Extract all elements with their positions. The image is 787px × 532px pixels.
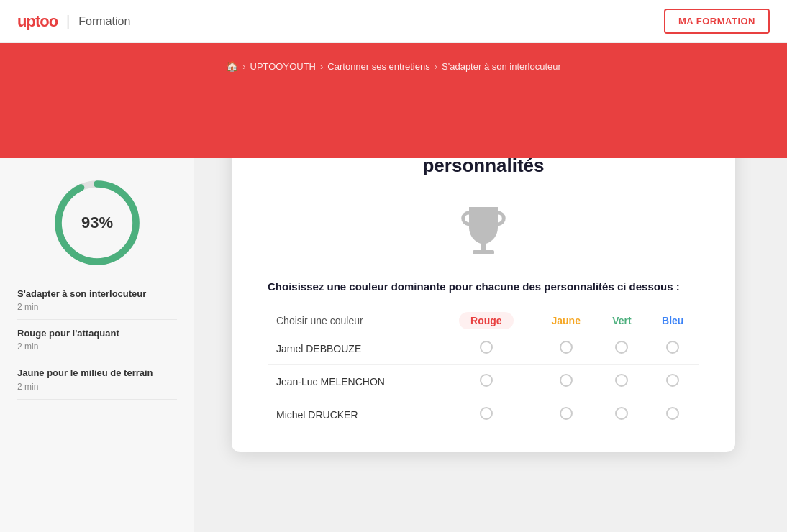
col-bleu: Bleu bbox=[647, 309, 699, 332]
radio-rouge-2[interactable] bbox=[438, 398, 535, 431]
sidebar-item-title-0: S'adapter à son interlocuteur bbox=[17, 288, 177, 301]
header-left: uptoo | Formation bbox=[17, 12, 130, 31]
breadcrumb-sep-2: › bbox=[320, 61, 323, 72]
card-title: Retrouvez la couleur dominante de ces pe… bbox=[268, 158, 699, 178]
radio-vert-0[interactable] bbox=[597, 332, 646, 365]
svg-rect-3 bbox=[473, 250, 494, 254]
sidebar-item-title-1: Rouge pour l'attaquant bbox=[17, 327, 177, 340]
col-rouge: Rouge bbox=[438, 309, 535, 332]
uptoo-logo: uptoo bbox=[17, 12, 58, 31]
header-formation-label: Formation bbox=[78, 15, 130, 28]
progress-text: 93% bbox=[81, 214, 113, 232]
sidebar-items: S'adapter à son interlocuteur 2 min Roug… bbox=[17, 280, 177, 400]
question-text: Choisissez une couleur dominante pour ch… bbox=[268, 279, 699, 295]
breadcrumb-item-3: S'adapter à son interlocuteur bbox=[442, 61, 561, 72]
radio-circle[interactable] bbox=[666, 407, 679, 420]
sidebar-item-1[interactable]: Rouge pour l'attaquant 2 min bbox=[17, 320, 177, 359]
trophy-icon bbox=[455, 200, 512, 257]
sidebar-item-0[interactable]: S'adapter à son interlocuteur 2 min bbox=[17, 280, 177, 320]
row-name-2: Michel DRUCKER bbox=[268, 398, 438, 431]
table-row: Jean-Luc MELENCHON bbox=[268, 365, 699, 398]
radio-circle[interactable] bbox=[560, 341, 573, 354]
row-name-0: Jamel DEBBOUZE bbox=[268, 332, 438, 365]
radio-circle[interactable] bbox=[480, 374, 493, 387]
breadcrumb-home-icon: 🏠 bbox=[226, 60, 238, 72]
sidebar: 93% S'adapter à son interlocuteur 2 min … bbox=[0, 158, 194, 532]
radio-circle[interactable] bbox=[666, 341, 679, 354]
radio-jaune-2[interactable] bbox=[534, 398, 597, 431]
col-choose: Choisir une couleur bbox=[268, 309, 438, 332]
red-banner: 🏠 › UPTOOYOUTH › Cartonner ses entretien… bbox=[0, 43, 787, 158]
sidebar-item-duration-1: 2 min bbox=[17, 341, 177, 352]
breadcrumb-item-1[interactable]: UPTOOYOUTH bbox=[250, 61, 316, 72]
breadcrumb-item-2[interactable]: Cartonner ses entretiens bbox=[327, 61, 429, 72]
main-area: 93% S'adapter à son interlocuteur 2 min … bbox=[0, 158, 787, 532]
radio-rouge-0[interactable] bbox=[438, 332, 535, 365]
radio-rouge-1[interactable] bbox=[438, 365, 535, 398]
radio-circle[interactable] bbox=[480, 341, 493, 354]
radio-circle[interactable] bbox=[615, 374, 628, 387]
radio-jaune-1[interactable] bbox=[534, 365, 597, 398]
radio-bleu-2[interactable] bbox=[647, 398, 699, 431]
breadcrumb-sep-1: › bbox=[242, 61, 245, 72]
content-card: Retrouvez la couleur dominante de ces pe… bbox=[232, 158, 735, 452]
header: uptoo | Formation MA FORMATION bbox=[0, 0, 787, 43]
ma-formation-button[interactable]: MA FORMATION bbox=[664, 9, 770, 34]
breadcrumb-sep-3: › bbox=[435, 61, 437, 72]
radio-vert-2[interactable] bbox=[597, 398, 646, 431]
radio-circle[interactable] bbox=[615, 341, 628, 354]
trophy-container bbox=[268, 200, 699, 257]
radio-circle[interactable] bbox=[666, 374, 679, 387]
col-vert: Vert bbox=[597, 309, 646, 332]
table-row: Michel DRUCKER bbox=[268, 398, 699, 431]
sidebar-item-duration-0: 2 min bbox=[17, 302, 177, 312]
header-divider: | bbox=[66, 13, 70, 29]
breadcrumb: 🏠 › UPTOOYOUTH › Cartonner ses entretien… bbox=[226, 60, 561, 72]
radio-bleu-0[interactable] bbox=[647, 332, 699, 365]
radio-circle[interactable] bbox=[560, 374, 573, 387]
color-table: Choisir une couleur Rouge Jaune Vert Ble… bbox=[268, 309, 699, 431]
radio-vert-1[interactable] bbox=[597, 365, 646, 398]
radio-bleu-1[interactable] bbox=[647, 365, 699, 398]
sidebar-item-duration-2: 2 min bbox=[17, 382, 177, 392]
col-jaune: Jaune bbox=[534, 309, 597, 332]
radio-circle[interactable] bbox=[615, 407, 628, 420]
sidebar-item-title-2: Jaune pour le milieu de terrain bbox=[17, 367, 177, 380]
radio-circle[interactable] bbox=[560, 407, 573, 420]
content-card-wrapper: Retrouvez la couleur dominante de ces pe… bbox=[194, 158, 787, 474]
progress-circle: 93% bbox=[54, 180, 140, 266]
table-row: Jamel DEBBOUZE bbox=[268, 332, 699, 365]
radio-jaune-0[interactable] bbox=[534, 332, 597, 365]
radio-circle[interactable] bbox=[480, 407, 493, 420]
sidebar-item-2[interactable]: Jaune pour le milieu de terrain 2 min bbox=[17, 359, 177, 399]
row-name-1: Jean-Luc MELENCHON bbox=[268, 365, 438, 398]
